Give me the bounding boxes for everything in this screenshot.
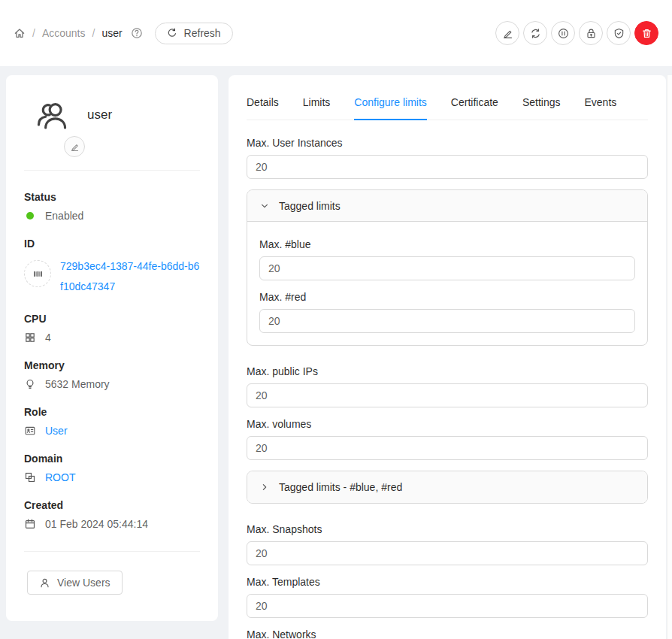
field-label: Created bbox=[24, 499, 200, 511]
max-public-ips-input[interactable] bbox=[247, 383, 648, 407]
lock-account-button[interactable] bbox=[579, 21, 603, 45]
safety-certificate-icon bbox=[613, 28, 625, 39]
field-status: Status Enabled bbox=[24, 191, 200, 222]
max-user-instances-input[interactable] bbox=[247, 155, 648, 179]
form-field-max-user-instances: Max. User Instances bbox=[247, 135, 648, 179]
field-label: ID bbox=[24, 238, 200, 250]
form-label: Max. Templates bbox=[247, 574, 648, 588]
pause-circle-icon bbox=[558, 28, 569, 39]
tagged-limits-collapsed-panel: Tagged limits - #blue, #red bbox=[247, 471, 648, 504]
form-label: Max. Snapshots bbox=[247, 522, 648, 535]
refresh-label: Refresh bbox=[184, 27, 221, 39]
form-label: Max. #red bbox=[259, 289, 635, 303]
edit-icon bbox=[502, 28, 513, 39]
appstore-icon bbox=[24, 332, 36, 344]
field-label: Role bbox=[24, 406, 200, 418]
pencil-icon bbox=[70, 142, 80, 152]
tab-limits[interactable]: Limits bbox=[303, 93, 331, 120]
tab-certificate[interactable]: Certificate bbox=[451, 93, 498, 120]
top-header: / Accounts / user Refresh bbox=[0, 0, 672, 66]
disable-account-button[interactable] bbox=[551, 21, 575, 45]
tagged-limits-panel-body: Max. #blue Max. #red bbox=[247, 222, 647, 345]
configure-limits-form: Max. User Instances Tagged limits Max. #… bbox=[247, 135, 648, 639]
user-icon bbox=[39, 577, 50, 589]
lock-icon bbox=[586, 28, 597, 39]
field-domain: Domain ROOT bbox=[24, 453, 200, 483]
header-actions bbox=[495, 21, 658, 45]
account-name: user bbox=[87, 108, 112, 123]
created-value: 01 Feb 2024 05:44:14 bbox=[45, 518, 148, 530]
field-label: CPU bbox=[24, 313, 200, 325]
home-icon[interactable] bbox=[14, 27, 26, 39]
tagged-limits-collapsed-header[interactable]: Tagged limits - #blue, #red bbox=[247, 471, 647, 503]
panel-title: Tagged limits bbox=[279, 200, 341, 212]
account-id-link[interactable]: 729b3ec4-1387-44fe-b6dd-b6f10dc47347 bbox=[60, 256, 200, 297]
role-link[interactable]: User bbox=[45, 425, 68, 437]
update-resource-count-button[interactable] bbox=[523, 21, 547, 45]
sync-icon bbox=[530, 28, 541, 39]
bulb-icon bbox=[24, 378, 36, 390]
form-label: Max. public IPs bbox=[247, 364, 648, 377]
view-users-label: View Users bbox=[57, 577, 110, 589]
form-label: Max. #blue bbox=[259, 237, 635, 250]
field-memory: Memory 5632 Memory bbox=[24, 359, 200, 390]
form-field-max-networks: Max. Networks bbox=[247, 627, 648, 639]
form-field-max-blue: Max. #blue bbox=[259, 237, 635, 280]
form-field-max-red: Max. #red bbox=[259, 289, 635, 333]
account-certificate-button[interactable] bbox=[607, 21, 631, 45]
edit-account-button[interactable] bbox=[495, 21, 519, 45]
breadcrumb-current: user bbox=[101, 27, 122, 39]
max-templates-input[interactable] bbox=[247, 594, 648, 618]
tab-events[interactable]: Events bbox=[584, 93, 616, 120]
memory-value: 5632 Memory bbox=[45, 378, 110, 390]
field-created: Created 01 Feb 2024 05:44:14 bbox=[24, 499, 200, 530]
chevron-down-icon bbox=[260, 201, 269, 210]
status-dot bbox=[26, 212, 34, 220]
tagged-limits-panel: Tagged limits Max. #blue Max. #red bbox=[247, 189, 648, 346]
page-scrollbar[interactable] bbox=[667, 75, 672, 639]
account-detail-card: Details Limits Configure limits Certific… bbox=[229, 75, 666, 639]
refresh-button[interactable]: Refresh bbox=[155, 23, 233, 44]
account-summary-card: user Status Enabled ID bbox=[6, 75, 218, 621]
idcard-icon bbox=[24, 425, 36, 437]
view-users-button[interactable]: View Users bbox=[27, 571, 123, 595]
domain-link[interactable]: ROOT bbox=[45, 471, 75, 483]
breadcrumb-separator: / bbox=[32, 27, 35, 39]
breadcrumb-accounts[interactable]: Accounts bbox=[42, 27, 86, 39]
breadcrumb-separator: / bbox=[92, 27, 95, 39]
form-field-max-snapshots: Max. Snapshots bbox=[247, 522, 648, 565]
tagged-limits-panel-header[interactable]: Tagged limits bbox=[247, 190, 647, 222]
max-snapshots-input[interactable] bbox=[247, 541, 648, 565]
divider bbox=[24, 551, 200, 552]
divider bbox=[24, 170, 200, 171]
chevron-right-icon bbox=[260, 483, 269, 492]
max-blue-input[interactable] bbox=[259, 256, 635, 280]
edit-avatar-button[interactable] bbox=[64, 136, 85, 157]
form-field-max-volumes: Max. volumes bbox=[247, 416, 648, 460]
form-label: Max. Networks bbox=[247, 627, 648, 639]
form-label: Max. volumes bbox=[247, 416, 648, 430]
cpu-value: 4 bbox=[45, 332, 51, 344]
team-icon bbox=[35, 98, 69, 132]
tab-configure-limits[interactable]: Configure limits bbox=[354, 93, 426, 120]
delete-account-button[interactable] bbox=[634, 21, 658, 45]
reload-icon bbox=[167, 28, 177, 38]
delete-icon bbox=[641, 28, 652, 39]
form-field-max-templates: Max. Templates bbox=[247, 574, 648, 618]
field-label: Status bbox=[24, 191, 200, 203]
field-cpu: CPU 4 bbox=[24, 313, 200, 344]
question-circle-icon[interactable] bbox=[131, 27, 143, 39]
barcode-icon bbox=[24, 260, 51, 287]
field-id: ID 729b3ec4-1387-44fe-b6dd-b6f10dc47347 bbox=[24, 238, 200, 297]
breadcrumb: / Accounts / user bbox=[14, 27, 143, 39]
tab-settings[interactable]: Settings bbox=[522, 93, 561, 120]
tab-details[interactable]: Details bbox=[247, 93, 279, 120]
calendar-icon bbox=[24, 518, 36, 530]
max-red-input[interactable] bbox=[259, 309, 635, 333]
form-label: Max. User Instances bbox=[247, 135, 648, 149]
field-role: Role User bbox=[24, 406, 200, 437]
tab-bar: Details Limits Configure limits Certific… bbox=[247, 93, 648, 120]
max-volumes-input[interactable] bbox=[247, 436, 648, 460]
status-value: Enabled bbox=[45, 210, 83, 222]
form-field-max-public-ips: Max. public IPs bbox=[247, 364, 648, 407]
